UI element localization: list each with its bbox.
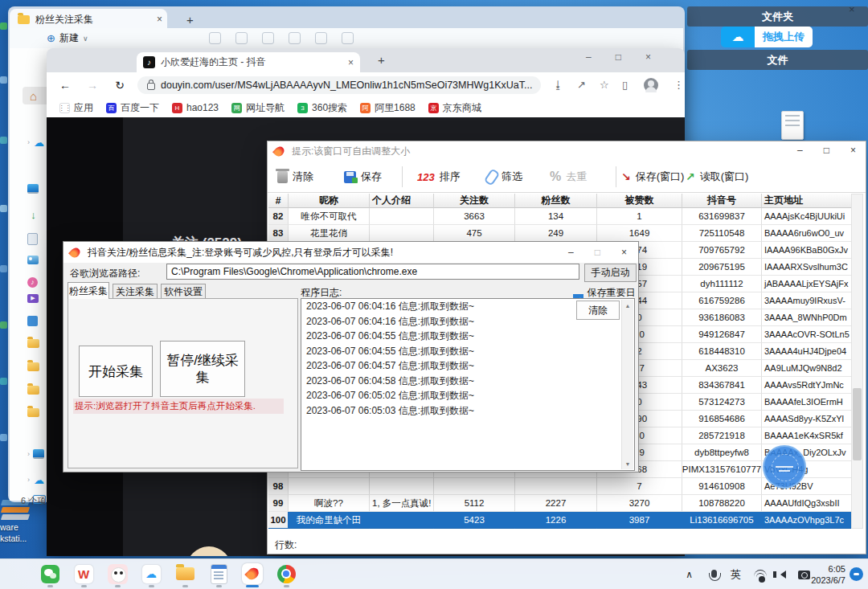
tab-follow-collect[interactable]: 关注采集 [113,284,158,299]
toolbar-button-trash[interactable]: 清除 [277,166,313,188]
sort-123-icon: 123 [417,171,435,183]
table-row[interactable]: 99啊波??1, 多一点真诚! 感谢511222273270108788220A… [268,495,852,512]
menu-dots-icon[interactable]: ⋮ [674,79,684,91]
toolbar-button-floppy[interactable]: 保存 [344,166,382,188]
desktop-icon-fragment[interactable] [0,378,7,385]
table-row[interactable]: 83花里花俏4752491649725110548BAAAA6ru6wO0_uv [268,225,852,242]
taskbar-icon-notepad[interactable] [207,563,230,584]
close-icon[interactable]: × [850,145,856,156]
table-header-cell[interactable]: 粉丝数 [515,194,597,208]
desktop-icon-fragment[interactable] [0,265,7,272]
tray-chevron-up[interactable]: ∧ [686,559,693,589]
notification-badge[interactable] [850,567,863,581]
table-row[interactable]: 987914610908Ae73H92BV [268,478,852,495]
cut-icon[interactable] [209,32,221,44]
taskbar-icon-panda-app[interactable] [106,563,129,584]
bookmark-item[interactable]: ⋮⋮应用 [59,101,93,115]
bookmark-item[interactable]: 网网址导航 [231,101,285,115]
log-scrollbar[interactable]: ▲▼ [621,300,633,469]
tab-fans-collect[interactable]: 粉丝采集 [68,282,109,299]
minimize-icon[interactable]: – [568,247,574,258]
ime-indicator[interactable]: 英 [731,559,741,589]
toolbar-button-filter-clip[interactable]: 筛选 [487,166,522,188]
toolbar-button-sort-123[interactable]: 123排序 [417,166,461,188]
back-icon[interactable]: ← [56,79,74,92]
toolbar-button-load-window[interactable]: ↗读取(窗口) [686,166,748,188]
delete-icon[interactable] [342,32,354,44]
capture-device-icon[interactable] [798,559,810,589]
close-tab-icon[interactable]: × [157,14,162,25]
volume-icon[interactable] [776,559,789,589]
copy-icon[interactable] [235,32,248,44]
bookmark-star-icon[interactable]: ☆ [600,79,609,91]
chrome-path-input[interactable]: C:\Program Files\Google\Chrome\Applicati… [166,264,579,280]
chrome-tab[interactable]: ♪ 小欣爱赶海的主页 - 抖音 × [137,52,360,72]
taskbar-icon-chrome[interactable] [275,563,297,584]
desktop-icon-fragment[interactable] [0,76,7,84]
table-vertical-scrollbar[interactable] [851,194,863,529]
desktop-icon-fragment[interactable] [0,22,7,30]
bookmark-item[interactable]: 百百度一下 [106,101,159,115]
table-header-cell[interactable]: 主页地址 [762,194,852,208]
start-collect-button[interactable]: 开始采集 [79,346,153,397]
percent-icon: % [550,170,561,184]
table-row[interactable]: 82唯你不可取代36631341631699837AAAAjsKc4BjUUki… [268,208,852,225]
toolbar-button-save-window[interactable]: ↘保存(窗口) [621,166,684,188]
profile-avatar[interactable] [644,78,658,92]
bookmark-item[interactable]: Hhao123 [172,102,219,113]
maximize-icon[interactable]: □ [616,51,621,63]
sidebar-icon[interactable]: ▯ [622,79,628,91]
program-log-area: ▲▼ 2023-06-07 06:04:16 信息:抓取到数据~2023-06-… [301,298,635,471]
address-bar[interactable]: douyin.com/user/MS4wLjABAAAAyvN_LMEOnliw… [137,76,541,94]
toolbar-button-label: 读取(窗口) [700,170,749,184]
clear-log-button[interactable]: 清除 [576,301,620,320]
microphone-icon[interactable] [711,559,717,589]
maximize-icon[interactable]: □ [595,247,600,258]
taskbar-icon-flame-tool[interactable] [241,563,264,584]
download-icon[interactable]: ⭳ [553,79,563,91]
close-icon[interactable]: × [645,51,651,63]
rename-icon[interactable] [289,32,301,44]
new-tab-icon[interactable]: + [186,13,194,27]
table-row[interactable]: 100我的命里缺个田542312263987Li136166967053AAAA… [268,512,852,529]
wifi-icon[interactable] [754,559,767,589]
bookmark-item[interactable]: 阿阿里1688 [360,101,416,115]
taskbar-icon-file-explorer[interactable] [174,563,196,584]
table-header-cell[interactable]: 被赞数 [597,194,682,208]
new-tab-icon[interactable]: + [378,53,385,67]
taskbar-icon-baidu-netdisk[interactable]: ☁ [140,563,162,584]
close-icon[interactable]: × [621,247,627,258]
desktop-icon-fragment[interactable] [0,205,7,212]
tab-settings[interactable]: 软件设置 [161,284,206,299]
table-header-cell[interactable]: 抖音号 [682,194,762,208]
desktop-file-icon[interactable] [781,111,804,140]
share-icon[interactable]: ↗ [577,79,586,91]
minimize-icon[interactable]: – [797,145,803,156]
clock[interactable]: 6:05 2023/6/7 [811,563,845,586]
table-header-cell[interactable]: # [268,194,289,208]
manual-start-button[interactable]: 手动启动 [584,264,637,282]
close-icon[interactable]: × [849,3,855,15]
table-header-cell[interactable]: 关注数 [434,194,515,208]
share-icon[interactable] [315,32,327,44]
maximize-icon[interactable]: □ [824,145,829,156]
taskbar-icon-wps[interactable]: W [72,563,95,584]
bookmark-item[interactable]: 京京东商城 [428,101,481,115]
reload-icon[interactable]: ↻ [111,79,129,92]
flame-tool-icon [242,563,263,584]
taskbar-icon-wechat[interactable] [39,563,61,584]
paste-icon[interactable] [262,32,274,44]
explorer-tab[interactable]: 粉丝关注采集 × [10,9,167,30]
minimize-icon[interactable]: – [586,51,592,63]
bookmark-item[interactable]: 3360搜索 [297,101,347,115]
desktop-icon-fragment[interactable] [0,137,7,144]
table-header-cell[interactable]: 昵称 [289,194,370,208]
netdisk-upload-button[interactable]: ☁ 拖拽上传 [721,27,813,47]
close-tab-icon[interactable]: × [348,57,354,68]
desktop-icon-fragment[interactable] [0,321,7,329]
new-button[interactable]: ⊕ 新建 ∨ [47,31,88,45]
forward-icon[interactable]: → [84,79,101,92]
table-header-cell[interactable]: 个人介绍 [370,194,434,208]
pause-resume-button[interactable]: 暂停/继续采集 [160,341,245,397]
desktop-icon-fragment[interactable] [0,434,7,441]
